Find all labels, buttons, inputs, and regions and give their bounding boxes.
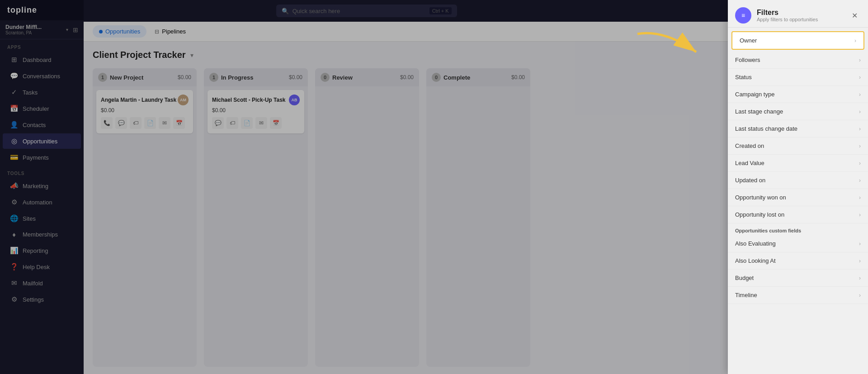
filter-item-followers[interactable]: Followers › <box>728 52 868 69</box>
filter-item-updated-on[interactable]: Updated on › <box>728 172 868 189</box>
filter-item-campaign-type[interactable]: Campaign type › <box>728 86 868 103</box>
filter-close-button[interactable]: ✕ <box>848 9 861 22</box>
filter-chevron-icon: › <box>859 275 861 281</box>
filter-item-label-timeline: Timeline <box>735 292 859 298</box>
filter-panel: ≡ Filters Apply filters to opportunities… <box>728 0 868 374</box>
filter-item-budget[interactable]: Budget › <box>728 270 868 287</box>
filter-panel-title: Filters <box>757 9 843 17</box>
filter-item-also-evaluating[interactable]: Also Evaluating › <box>728 235 868 252</box>
filter-chevron-icon: › <box>859 194 861 201</box>
filter-list: Owner › Followers › Status › Campaign ty… <box>728 28 868 374</box>
filter-chevron-icon: › <box>859 160 861 166</box>
filter-chevron-icon: › <box>859 57 861 63</box>
filter-item-opportunity-won-on[interactable]: Opportunity won on › <box>728 189 868 206</box>
filter-chevron-icon: › <box>859 109 861 115</box>
filter-custom-section-label: Opportunities custom fields <box>728 223 868 235</box>
filter-chevron-icon: › <box>859 212 861 218</box>
filter-item-label-also-evaluating: Also Evaluating <box>735 240 859 247</box>
filter-chevron-icon: › <box>859 258 861 264</box>
filter-item-last-stage-change[interactable]: Last stage change › <box>728 103 868 120</box>
filter-chevron-icon: › <box>859 143 861 149</box>
filter-chevron-icon: › <box>859 292 861 298</box>
filter-item-label-opportunity-lost-on: Opportunity lost on <box>735 211 859 218</box>
filter-item-label-followers: Followers <box>735 57 859 63</box>
filter-item-label-owner: Owner <box>740 37 854 44</box>
filter-chevron-icon: › <box>859 91 861 98</box>
filter-item-label-created-on: Created on <box>735 142 859 149</box>
filter-item-also-looking-at[interactable]: Also Looking At › <box>728 252 868 270</box>
filter-panel-subtitle: Apply filters to opportunities <box>757 17 843 22</box>
filter-item-label-last-status-change-date: Last status change date <box>735 125 859 132</box>
filter-item-label-lead-value: Lead Value <box>735 160 859 166</box>
filter-item-status[interactable]: Status › <box>728 69 868 86</box>
filter-item-last-status-change-date[interactable]: Last status change date › <box>728 120 868 137</box>
filter-item-label-also-looking-at: Also Looking At <box>735 257 859 264</box>
filter-item-label-campaign-type: Campaign type <box>735 91 859 98</box>
filter-item-owner[interactable]: Owner › <box>731 31 864 50</box>
filter-item-created-on[interactable]: Created on › <box>728 137 868 155</box>
filter-item-label-status: Status <box>735 74 859 80</box>
filter-header: ≡ Filters Apply filters to opportunities… <box>728 0 868 28</box>
filter-icon: ≡ <box>735 7 751 24</box>
filter-item-label-last-stage-change: Last stage change <box>735 108 859 115</box>
filter-chevron-icon: › <box>859 241 861 247</box>
filter-chevron-icon: › <box>859 126 861 132</box>
filter-item-label-updated-on: Updated on <box>735 177 859 184</box>
filter-chevron-icon: › <box>854 38 856 44</box>
filter-item-opportunity-lost-on[interactable]: Opportunity lost on › <box>728 206 868 223</box>
filter-chevron-icon: › <box>859 177 861 184</box>
filter-item-label-budget: Budget <box>735 275 859 281</box>
filter-item-label-opportunity-won-on: Opportunity won on <box>735 194 859 201</box>
filter-item-timeline[interactable]: Timeline › <box>728 287 868 304</box>
filter-chevron-icon: › <box>859 74 861 80</box>
filter-item-lead-value[interactable]: Lead Value › <box>728 155 868 172</box>
